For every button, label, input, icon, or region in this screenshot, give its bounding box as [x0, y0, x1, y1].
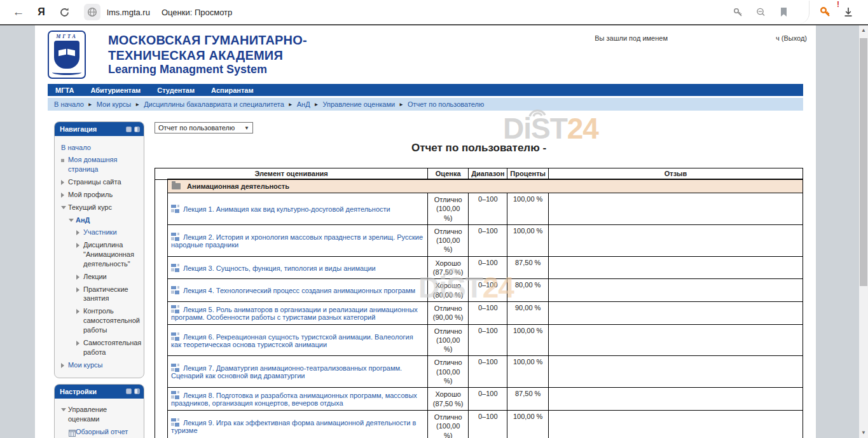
table-row: Лекция 1. Анимация как вид культурно-дос…	[155, 193, 803, 225]
breadcrumb-separator: ►	[288, 102, 293, 107]
grade-cell: Отлично(100,00 %)	[428, 410, 469, 438]
range-cell: 0–100	[469, 410, 507, 438]
downloads-button[interactable]	[839, 3, 858, 22]
sidebar-item-current-course[interactable]: Текущий курс	[59, 201, 141, 214]
report-page-title: Отчет по пользователю -	[155, 142, 803, 154]
breadcrumb-grades[interactable]: Управление оценками	[323, 100, 396, 108]
sidebar-item-participants[interactable]: Участники	[59, 226, 141, 239]
feedback-cell	[549, 224, 803, 256]
sidebar-item-practical[interactable]: Практические занятия	[59, 283, 141, 305]
column-header-feedback: Отзыв	[549, 168, 803, 180]
breadcrumb-course[interactable]: АнД	[297, 100, 310, 108]
grade-item-link[interactable]: Лекция 1. Анимация как вид культурно-дос…	[183, 205, 390, 213]
address-bar[interactable]: lms.mgta.ru Оценки: Просмотр	[84, 4, 728, 20]
category-row: Анимационная деятельность	[155, 179, 803, 193]
lesson-icon	[171, 418, 179, 427]
navbar-item-aspirantam[interactable]: Аспирантам	[211, 86, 253, 94]
percent-cell: 100,00 %	[507, 324, 549, 356]
navigation-block-header: Навигация	[55, 122, 144, 136]
sidebar-item-self-work[interactable]: Самостоятельная работа	[59, 336, 141, 359]
sidebar-item-site-pages[interactable]: Страницы сайта	[59, 176, 141, 189]
orange-key-icon	[819, 6, 832, 18]
grade-item-link[interactable]: Лекция 5. Роль аниматоров в организации …	[171, 306, 418, 321]
grade-item-link[interactable]: Лекция 9. Игра как эффективная форма ани…	[171, 419, 416, 434]
dock-block-icon[interactable]	[134, 127, 140, 132]
scroll-down-arrow-icon[interactable]: ▼	[861, 428, 866, 438]
academy-title-line3: Learning Managment System	[108, 63, 803, 77]
breadcrumb-user-report[interactable]: Отчет по пользователю	[408, 100, 484, 108]
range-cell: 0–100	[469, 388, 507, 411]
feedback-cell	[549, 388, 803, 411]
report-grid-icon	[69, 427, 76, 437]
feedback-cell	[549, 301, 803, 324]
sidebar-item-grade-admin[interactable]: Управление оценками	[59, 404, 141, 426]
academy-title-line2: ТЕХНИЧЕСКАЯ АКАДЕМИЯ	[108, 48, 803, 64]
logo-shield-icon	[54, 41, 79, 69]
square-bullet-icon	[61, 155, 68, 162]
report-type-select[interactable]: Отчет по пользователю ▼	[155, 122, 253, 133]
chevron-right-icon	[61, 360, 68, 368]
grades-table: Элемент оценивания Оценка Диапазон Проце…	[155, 168, 803, 438]
chevron-right-icon	[76, 338, 83, 346]
grade-item-link[interactable]: Лекция 2. История и хронология массовых …	[171, 233, 423, 249]
alert-badge: !	[837, 0, 839, 9]
login-status: Вы зашли под именем ч (Выход)	[595, 34, 807, 42]
yandex-browser-icon[interactable]: Я	[32, 3, 51, 22]
scrollbar-thumb[interactable]	[860, 38, 867, 286]
sidebar-item-my-courses[interactable]: Мои курсы	[59, 359, 141, 371]
percent-cell: 100,00 %	[507, 193, 549, 225]
navbar-item-studentam[interactable]: Студентам	[157, 86, 195, 94]
breadcrumb-disciplines[interactable]: Дисциплины бакалавриата и специалитета	[144, 100, 284, 108]
feedback-cell	[549, 256, 803, 279]
breadcrumb-separator: ►	[399, 102, 404, 107]
sidebar-item-discipline[interactable]: Дисциплина "Анимационная деятельность"	[59, 239, 141, 271]
sidebar-item-control[interactable]: Контроль самостоятельной работы	[59, 305, 141, 337]
sidebar-item-home[interactable]: В начало	[59, 141, 141, 154]
percent-cell: 87,50 %	[507, 256, 549, 279]
grade-item-link[interactable]: Лекция 7. Драматургия анимационно-театра…	[171, 364, 402, 380]
navbar-item-abiturientam[interactable]: Абитуриентам	[90, 86, 141, 94]
grade-item-link[interactable]: Лекция 4. Технологический процесс создан…	[183, 287, 415, 294]
grade-item-link[interactable]: Лекция 8. Подготовка и разработка анимац…	[171, 392, 417, 407]
folder-icon	[172, 183, 181, 189]
password-manager-button[interactable]	[728, 3, 747, 22]
chevron-right-icon	[76, 228, 83, 235]
sidebar-item-my-profile[interactable]: Мой профиль	[59, 188, 141, 201]
grade-item-link[interactable]: Лекция 6. Рекреационная сущность туристс…	[171, 333, 413, 348]
page-title-text[interactable]: Оценки: Просмотр	[162, 8, 232, 17]
percent-cell: 100,00 %	[507, 410, 549, 438]
refresh-button[interactable]	[55, 3, 74, 22]
site-badge	[84, 4, 100, 20]
range-cell: 0–100	[469, 279, 507, 302]
breadcrumb-separator: ►	[314, 102, 319, 107]
grade-item-link[interactable]: Лекция 3. Сущность, функция, типология и…	[183, 264, 376, 272]
vertical-scrollbar[interactable]: ▲ ▼	[859, 25, 868, 438]
bookmark-button[interactable]	[774, 3, 793, 22]
column-header-grade: Оценка	[428, 168, 469, 180]
breadcrumb-my-courses[interactable]: Мои курсы	[97, 100, 131, 108]
dock-block-icon[interactable]	[134, 388, 140, 394]
sidebar-item-course-and[interactable]: АнД	[59, 214, 141, 226]
mgta-logo: МГТА	[48, 31, 86, 79]
lesson-icon	[171, 332, 179, 341]
navbar-item-mgta[interactable]: МГТА	[55, 86, 74, 94]
logout-link[interactable]: ч (Выход)	[776, 34, 807, 42]
table-header-row: Элемент оценивания Оценка Диапазон Проце…	[155, 168, 803, 180]
breadcrumb-separator: ►	[88, 102, 93, 107]
percent-cell: 87,50 %	[507, 388, 549, 411]
site-header: МГТА МОСКОВСКАЯ ГУМАНИТАРНО- ТЕХНИЧЕСКАЯ…	[35, 25, 816, 84]
scroll-up-arrow-icon[interactable]: ▲	[861, 25, 866, 36]
url-text[interactable]: lms.mgta.ru	[107, 8, 150, 17]
chevron-right-icon	[61, 177, 68, 185]
protect-alert-button[interactable]: !	[816, 3, 835, 22]
collapse-block-icon[interactable]	[126, 127, 132, 132]
column-header-range: Диапазон	[469, 168, 507, 180]
sidebar-item-overview-report[interactable]: Обзорный отчет	[59, 426, 141, 438]
sidebar-item-my-home[interactable]: Моя домашняя страница	[59, 154, 141, 176]
sidebar-item-lectures[interactable]: Лекции	[59, 270, 141, 283]
collapse-block-icon[interactable]	[126, 388, 132, 394]
find-on-page-button[interactable]	[751, 3, 770, 22]
breadcrumb-home[interactable]: В начало	[54, 100, 84, 108]
lesson-icon	[171, 364, 179, 372]
back-button[interactable]: ←	[9, 3, 28, 22]
